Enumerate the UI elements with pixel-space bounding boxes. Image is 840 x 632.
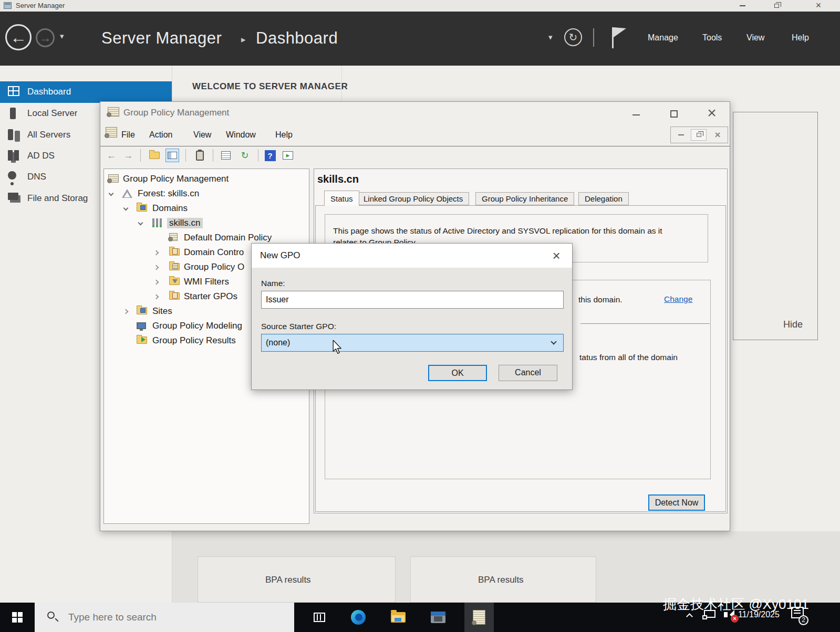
domains-folder-icon (137, 204, 147, 214)
back-icon: ← (107, 150, 116, 161)
status-text-fragment: tatus from all of the domain (579, 353, 678, 362)
watermark: 掘金技术社区 @Xy0101 (663, 595, 809, 614)
toolbar-up-folder-button[interactable] (148, 149, 161, 162)
list-icon (221, 151, 231, 160)
search-icon (47, 612, 55, 619)
toolbar-properties-button[interactable] (219, 149, 233, 162)
hide-button[interactable]: Hide (783, 319, 803, 330)
gpm-menu-window[interactable]: Window (226, 130, 256, 140)
mmc-minimize-button[interactable] (673, 129, 689, 141)
toolbar-console-tree-button[interactable] (165, 149, 179, 162)
expander-icon[interactable] (109, 191, 114, 196)
gpm-menu-file[interactable]: File (121, 130, 135, 140)
ok-button[interactable]: OK (428, 365, 487, 381)
gpm-maximize-button[interactable] (663, 108, 685, 120)
forward-button[interactable]: → (36, 28, 55, 47)
starter-gpos-folder-icon (169, 292, 180, 302)
refresh-button[interactable]: ↻ (564, 28, 582, 46)
toolbar-refresh-button[interactable]: ↻ (238, 149, 252, 162)
close-button[interactable]: × (806, 0, 831, 12)
notification-badge: 2 (798, 615, 808, 625)
tab-gp-inheritance[interactable]: Group Policy Inheritance (475, 192, 574, 205)
tree-item-domain-skills[interactable]: skills.cn (104, 216, 309, 231)
tree-item-forest[interactable]: Forest: skills.cn (104, 187, 309, 202)
gpm-minimize-button[interactable] (626, 109, 647, 121)
breadcrumb-separator-icon: ▸ (241, 34, 246, 45)
toolbar-paste-button[interactable] (193, 149, 206, 162)
expander-icon[interactable] (154, 294, 159, 300)
os-window-title: Server Manager (16, 2, 65, 9)
gpo-folder-icon (169, 262, 180, 273)
back-button[interactable]: ← (5, 24, 32, 50)
search-input[interactable] (67, 609, 256, 626)
bpa-results-label[interactable]: BPA results (478, 575, 524, 585)
section-separator (580, 323, 710, 324)
nav-dropdown-caret[interactable]: ▾ (60, 31, 64, 41)
sidebar-item-dashboard[interactable]: Dashboard (0, 81, 172, 103)
restore-button[interactable] (764, 0, 789, 12)
local-server-icon (10, 108, 16, 119)
breadcrumb-page: Dashboard (256, 29, 338, 48)
file-explorer-icon (391, 612, 406, 623)
menu-view[interactable]: View (746, 33, 764, 43)
edge-button[interactable] (345, 603, 372, 632)
wmi-filters-folder-icon (169, 277, 180, 288)
gpm-menu-action[interactable]: Action (149, 130, 172, 140)
expander-icon[interactable] (123, 309, 129, 314)
play-window-icon: ▶ (283, 151, 293, 160)
server-manager-icon (431, 612, 445, 623)
minimize-icon (678, 134, 684, 135)
tab-delegation[interactable]: Delegation (578, 192, 629, 205)
dialog-close-button[interactable]: × (546, 247, 567, 265)
gpm-window-title: Group Policy Management (123, 108, 229, 118)
task-view-button[interactable] (306, 603, 333, 632)
mmc-restore-button[interactable] (691, 129, 707, 141)
gpm-taskbar-button[interactable] (464, 603, 494, 632)
edge-icon (351, 610, 366, 625)
start-button[interactable] (0, 603, 35, 632)
dns-icon (8, 171, 16, 180)
cancel-button[interactable]: Cancel (499, 365, 557, 381)
gpm-close-button[interactable]: × (700, 104, 723, 121)
restore-icon (774, 4, 779, 8)
mmc-close-button[interactable]: × (709, 129, 727, 141)
tree-item-gpm-root[interactable]: Group Policy Management (104, 172, 309, 187)
breadcrumb-root[interactable]: Server Manager (101, 29, 222, 48)
dashboard-icon (8, 86, 19, 96)
server-manager-taskbar-button[interactable] (424, 603, 452, 632)
minimize-button[interactable] (730, 0, 754, 12)
expander-icon[interactable] (154, 265, 159, 270)
toolbar-help-button[interactable]: ? (263, 149, 277, 162)
expander-icon[interactable] (154, 250, 159, 256)
expander-icon[interactable] (154, 280, 159, 285)
forward-icon: → (123, 150, 133, 161)
source-starter-gpo-label: Source Starter GPO: (261, 322, 336, 331)
toolbar-forward-button[interactable]: → (121, 149, 135, 162)
menu-help[interactable]: Help (792, 33, 809, 43)
gpm-scroll-icon (108, 174, 119, 185)
menu-manage[interactable]: Manage (648, 33, 678, 43)
flag-icon[interactable] (612, 27, 614, 48)
taskbar-search[interactable] (35, 603, 294, 632)
tree-item-domains[interactable]: Domains (104, 202, 309, 216)
toolbar-back-button[interactable]: ← (105, 149, 118, 162)
expander-icon[interactable] (123, 206, 129, 211)
bpa-results-label[interactable]: BPA results (265, 575, 311, 585)
help-icon: ? (265, 150, 276, 161)
menu-tools[interactable]: Tools (702, 33, 722, 43)
tab-status[interactable]: Status (324, 191, 359, 206)
detect-now-button[interactable]: Detect Now (648, 494, 705, 511)
toolbar-divider (140, 149, 141, 162)
gpo-name-input[interactable] (261, 291, 564, 309)
file-explorer-button[interactable] (385, 603, 412, 632)
gpm-menu-view[interactable]: View (193, 130, 211, 140)
baseline-domain-text-fragment: this domain. (578, 295, 623, 304)
notifications-caret[interactable]: ▾ (548, 33, 553, 42)
expander-icon[interactable] (138, 220, 143, 226)
source-starter-gpo-select[interactable]: (none) (261, 334, 564, 352)
toolbar-results-pane-button[interactable]: ▶ (281, 149, 295, 162)
tab-linked-gpo[interactable]: Linked Group Policy Objects (357, 192, 469, 205)
change-link[interactable]: Change (664, 294, 692, 304)
close-icon: × (714, 129, 720, 141)
gpm-menu-help[interactable]: Help (275, 130, 293, 140)
